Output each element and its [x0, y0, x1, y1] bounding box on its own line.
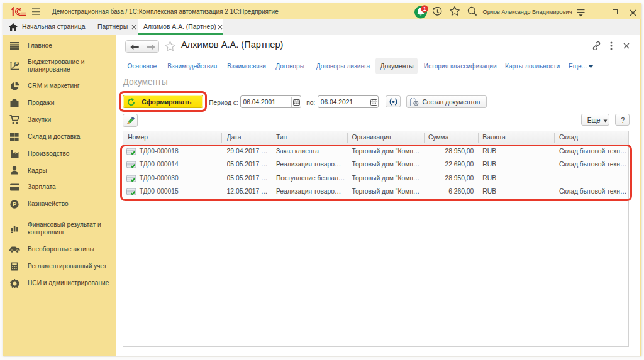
svg-text:Р: Р: [13, 200, 17, 207]
svg-text:Р: Р: [15, 62, 18, 66]
svg-text:1: 1: [423, 6, 426, 12]
